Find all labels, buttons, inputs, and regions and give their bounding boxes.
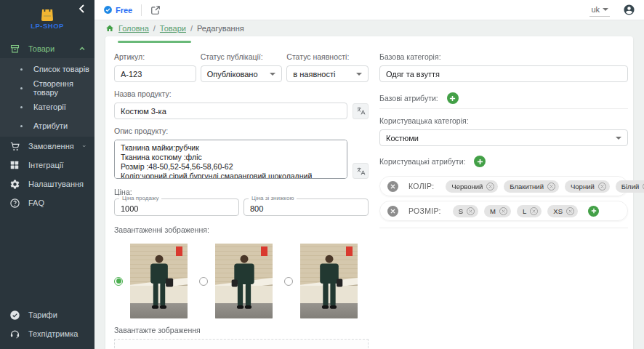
chip-label: S (459, 207, 463, 215)
breadcrumb: Головна / Товари / Редагування (105, 20, 633, 36)
stock-status-label: Статус наявності: (286, 52, 369, 61)
stock-status-group: Статус наявності: в наявності (286, 52, 369, 82)
sidebar-item-label: FAQ (28, 198, 86, 207)
language-select[interactable]: uk (589, 4, 610, 17)
sidebar-item-settings[interactable]: Налаштування (0, 174, 94, 193)
account-avatar-icon[interactable] (623, 4, 635, 16)
shop-bag-logo-icon (39, 7, 56, 21)
image-upload-dropzone[interactable] (114, 339, 369, 349)
chip-label: XS (553, 207, 563, 215)
sku-field-group: Артикул: (114, 52, 196, 82)
base-category-input[interactable] (379, 65, 628, 82)
remove-chip-icon[interactable] (467, 207, 475, 215)
description-textarea[interactable]: Тканина майки:рубчик Тканина костюму :фл… (114, 140, 347, 179)
red-tag (346, 246, 353, 256)
plan-badge[interactable]: Free (103, 5, 132, 15)
publish-status-group: Статус публікації: Опубліковано (201, 52, 283, 82)
add-size-value-button[interactable] (588, 206, 599, 217)
language-value: uk (591, 5, 600, 14)
attribute-value-chip: M (484, 205, 511, 217)
image-option-3 (284, 244, 358, 318)
plus-icon (477, 159, 483, 165)
remove-chip-icon[interactable] (566, 207, 574, 215)
attribute-name: КОЛІР: (408, 182, 434, 190)
uploaded-images-label: Завантаженні зображення: (114, 225, 369, 234)
breadcrumb-home-link[interactable]: Головна (118, 24, 149, 33)
product-name-label: Назва продукту: (114, 89, 369, 98)
verified-badge-icon (103, 5, 113, 15)
base-category-label: Базова категорія: (379, 52, 628, 61)
sidebar-item-tariffs[interactable]: Тарифи (0, 305, 94, 324)
attribute-value-chip: Блакитний (504, 180, 559, 193)
question-icon (9, 197, 20, 209)
sidebar-item-categories[interactable]: Категорії (0, 97, 94, 116)
red-tag (261, 246, 267, 256)
chip-label: Білий (621, 182, 640, 190)
sub-item-label: Список товарів (33, 65, 89, 73)
add-base-attribute-button[interactable] (447, 92, 459, 104)
main-image-radio-2[interactable] (199, 277, 208, 286)
sidebar-header: LP-SHOP (0, 0, 94, 33)
product-name-input[interactable] (114, 103, 347, 119)
sidebar-item-faq[interactable]: FAQ (0, 193, 94, 212)
stock-status-select[interactable]: в наявності (286, 65, 369, 82)
divider (379, 228, 628, 228)
headset-icon (9, 328, 20, 340)
main-image-radio-3[interactable] (284, 277, 293, 286)
open-in-new-icon[interactable] (150, 5, 161, 15)
sidebar-item-product-list[interactable]: Список товарів (0, 60, 94, 79)
sku-input[interactable] (114, 65, 196, 82)
stock-status-value: в наявності (293, 70, 335, 79)
products-submenu: Список товарів Створення товару Категорі… (0, 58, 94, 137)
remove-size-attribute-button[interactable] (387, 206, 398, 217)
breadcrumb-section-link[interactable]: Товари (160, 24, 186, 33)
attribute-value-chip: XS (547, 205, 578, 217)
model-photo-figure (228, 253, 261, 314)
add-custom-attribute-button[interactable] (474, 156, 486, 167)
sub-item-label: Атрибути (33, 121, 68, 130)
sidebar-item-label: Інтеграції (28, 161, 86, 169)
topbar: Free uk (94, 0, 644, 20)
translate-button[interactable] (353, 163, 369, 179)
sidebar-item-support[interactable]: Техпідтримка (0, 324, 94, 343)
remove-color-attribute-button[interactable] (387, 181, 398, 192)
chip-label: Чорний (571, 182, 595, 190)
sidebar-item-integrations[interactable]: Інтеграції (0, 156, 94, 174)
sub-item-label: Створення товару (33, 79, 94, 97)
product-photo-3[interactable] (300, 244, 358, 318)
sale-price-floating-label: Ціна продажу (119, 195, 161, 201)
chevron-up-icon (79, 45, 86, 52)
home-icon (105, 24, 114, 33)
remove-chip-icon[interactable] (499, 207, 507, 215)
sku-label: Артикул: (114, 52, 196, 61)
sidebar-item-products[interactable]: Товари (0, 39, 94, 58)
red-tag (176, 246, 182, 256)
custom-category-select[interactable]: Костюми (379, 129, 628, 146)
sidebar-item-product-create[interactable]: Створення товару (0, 79, 94, 97)
main-image-radio-1[interactable] (114, 277, 123, 286)
cart-icon (9, 140, 20, 152)
product-photo-1[interactable] (130, 244, 188, 318)
collapse-sidebar-icon[interactable] (77, 4, 87, 14)
bullet-icon (20, 68, 23, 71)
translate-button[interactable] (353, 103, 369, 119)
sidebar-item-label: Тарифи (28, 310, 86, 319)
sidebar-item-label: Техпідтримка (28, 329, 86, 338)
bullet-icon (20, 125, 23, 127)
product-photo-2[interactable] (215, 244, 273, 318)
description-label: Опис продукту: (114, 127, 369, 135)
model-photo-figure (313, 253, 346, 314)
sidebar-item-orders[interactable]: Замовлення (0, 137, 94, 156)
remove-chip-icon[interactable] (598, 182, 606, 190)
sidebar-item-attributes[interactable]: Атрибути (0, 116, 94, 135)
attribute-row-color: КОЛІР: Червоний Блакитний Чорний Білий С… (379, 176, 628, 196)
chip-label: M (490, 207, 496, 215)
remove-chip-icon[interactable] (547, 182, 555, 190)
publish-status-select[interactable]: Опубліковано (201, 65, 283, 82)
remove-chip-icon[interactable] (530, 207, 538, 215)
chip-label: Блакитний (510, 182, 544, 190)
remove-chip-icon[interactable] (486, 182, 494, 190)
custom-category-value: Костюми (386, 134, 419, 143)
custom-category-label: Користувацька категорія: (379, 116, 628, 125)
chip-label: Червоний (451, 182, 483, 190)
